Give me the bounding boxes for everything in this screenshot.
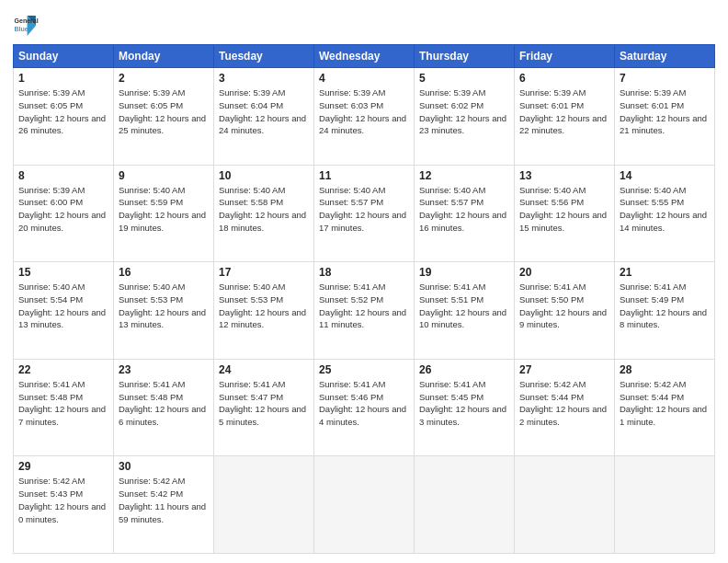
day-info: Sunrise: 5:39 AMSunset: 6:05 PMDaylight:… <box>119 86 209 137</box>
calendar-cell: 16Sunrise: 5:40 AMSunset: 5:53 PMDayligh… <box>114 262 214 360</box>
calendar-cell: 11Sunrise: 5:40 AMSunset: 5:57 PMDayligh… <box>314 165 415 262</box>
day-info: Sunrise: 5:41 AMSunset: 5:52 PMDaylight:… <box>319 281 409 331</box>
calendar-cell: 1Sunrise: 5:39 AMSunset: 6:05 PMDaylight… <box>14 68 114 166</box>
day-number: 5 <box>419 72 509 85</box>
calendar-cell: 17Sunrise: 5:40 AMSunset: 5:53 PMDayligh… <box>214 262 314 360</box>
day-info: Sunrise: 5:41 AMSunset: 5:47 PMDaylight:… <box>219 378 309 429</box>
day-number: 28 <box>620 363 710 376</box>
calendar-cell: 30Sunrise: 5:42 AMSunset: 5:42 PMDayligh… <box>114 456 214 554</box>
calendar-cell: 14Sunrise: 5:40 AMSunset: 5:55 PMDayligh… <box>615 165 715 262</box>
day-info: Sunrise: 5:41 AMSunset: 5:45 PMDaylight:… <box>419 378 509 429</box>
day-info: Sunrise: 5:42 AMSunset: 5:44 PMDaylight:… <box>519 378 609 429</box>
day-number: 17 <box>219 266 309 279</box>
day-number: 15 <box>18 266 108 279</box>
week-row-5: 29Sunrise: 5:42 AMSunset: 5:43 PMDayligh… <box>14 456 715 554</box>
day-info: Sunrise: 5:39 AMSunset: 6:03 PMDaylight:… <box>319 86 409 137</box>
calendar-cell: 2Sunrise: 5:39 AMSunset: 6:05 PMDaylight… <box>114 68 214 166</box>
page: General Blue SundayMondayTuesdayWednesda… <box>0 0 728 563</box>
day-info: Sunrise: 5:41 AMSunset: 5:50 PMDaylight:… <box>519 281 609 331</box>
day-info: Sunrise: 5:39 AMSunset: 6:00 PMDaylight:… <box>18 184 108 235</box>
calendar-cell: 13Sunrise: 5:40 AMSunset: 5:56 PMDayligh… <box>515 165 615 262</box>
calendar-cell: 3Sunrise: 5:39 AMSunset: 6:04 PMDaylight… <box>214 68 314 166</box>
calendar-cell: 23Sunrise: 5:41 AMSunset: 5:48 PMDayligh… <box>114 359 214 456</box>
week-row-1: 1Sunrise: 5:39 AMSunset: 6:05 PMDaylight… <box>14 68 715 166</box>
calendar-cell: 20Sunrise: 5:41 AMSunset: 5:50 PMDayligh… <box>515 262 615 360</box>
weekday-header-monday: Monday <box>114 45 214 68</box>
calendar-cell: 6Sunrise: 5:39 AMSunset: 6:01 PMDaylight… <box>515 68 615 166</box>
calendar-cell: 4Sunrise: 5:39 AMSunset: 6:03 PMDaylight… <box>314 68 415 166</box>
calendar-cell <box>314 456 415 554</box>
svg-text:Blue: Blue <box>15 26 28 32</box>
calendar-cell: 15Sunrise: 5:40 AMSunset: 5:54 PMDayligh… <box>14 262 114 360</box>
calendar-cell: 22Sunrise: 5:41 AMSunset: 5:48 PMDayligh… <box>14 359 114 456</box>
weekday-header-saturday: Saturday <box>615 45 715 68</box>
week-row-4: 22Sunrise: 5:41 AMSunset: 5:48 PMDayligh… <box>14 359 715 456</box>
weekday-header-thursday: Thursday <box>415 45 515 68</box>
day-number: 11 <box>319 169 409 182</box>
svg-text:General: General <box>15 17 39 24</box>
calendar-cell: 12Sunrise: 5:40 AMSunset: 5:57 PMDayligh… <box>415 165 515 262</box>
weekday-header-tuesday: Tuesday <box>214 45 314 68</box>
weekday-header-friday: Friday <box>515 45 615 68</box>
calendar-cell <box>415 456 515 554</box>
calendar-cell: 29Sunrise: 5:42 AMSunset: 5:43 PMDayligh… <box>14 456 114 554</box>
calendar-cell: 21Sunrise: 5:41 AMSunset: 5:49 PMDayligh… <box>615 262 715 360</box>
day-info: Sunrise: 5:41 AMSunset: 5:48 PMDaylight:… <box>119 378 209 429</box>
day-number: 2 <box>119 72 209 85</box>
day-info: Sunrise: 5:42 AMSunset: 5:44 PMDaylight:… <box>620 378 710 429</box>
day-number: 10 <box>219 169 309 182</box>
day-info: Sunrise: 5:39 AMSunset: 6:05 PMDaylight:… <box>18 86 108 137</box>
day-info: Sunrise: 5:39 AMSunset: 6:02 PMDaylight:… <box>419 86 509 137</box>
day-info: Sunrise: 5:41 AMSunset: 5:49 PMDaylight:… <box>620 281 710 331</box>
day-info: Sunrise: 5:40 AMSunset: 5:53 PMDaylight:… <box>119 281 209 331</box>
day-number: 22 <box>18 363 108 376</box>
calendar-cell: 8Sunrise: 5:39 AMSunset: 6:00 PMDaylight… <box>14 165 114 262</box>
day-number: 16 <box>119 266 209 279</box>
day-number: 4 <box>319 72 409 85</box>
logo-icon: General Blue <box>13 13 39 39</box>
day-number: 25 <box>319 363 409 376</box>
calendar-cell: 19Sunrise: 5:41 AMSunset: 5:51 PMDayligh… <box>415 262 515 360</box>
day-info: Sunrise: 5:40 AMSunset: 5:57 PMDaylight:… <box>319 184 409 235</box>
day-number: 12 <box>419 169 509 182</box>
day-info: Sunrise: 5:39 AMSunset: 6:01 PMDaylight:… <box>620 86 710 137</box>
day-info: Sunrise: 5:39 AMSunset: 6:04 PMDaylight:… <box>219 86 309 137</box>
calendar-cell <box>214 456 314 554</box>
day-number: 13 <box>519 169 609 182</box>
calendar-cell: 18Sunrise: 5:41 AMSunset: 5:52 PMDayligh… <box>314 262 415 360</box>
day-number: 24 <box>219 363 309 376</box>
day-info: Sunrise: 5:41 AMSunset: 5:46 PMDaylight:… <box>319 378 409 429</box>
day-number: 18 <box>319 266 409 279</box>
day-info: Sunrise: 5:42 AMSunset: 5:43 PMDaylight:… <box>18 475 108 525</box>
week-row-2: 8Sunrise: 5:39 AMSunset: 6:00 PMDaylight… <box>14 165 715 262</box>
day-number: 21 <box>620 266 710 279</box>
calendar-cell: 7Sunrise: 5:39 AMSunset: 6:01 PMDaylight… <box>615 68 715 166</box>
day-number: 29 <box>18 460 108 473</box>
day-number: 23 <box>119 363 209 376</box>
day-number: 6 <box>519 72 609 85</box>
day-number: 8 <box>18 169 108 182</box>
day-info: Sunrise: 5:41 AMSunset: 5:51 PMDaylight:… <box>419 281 509 331</box>
header: General Blue <box>13 9 715 39</box>
day-number: 27 <box>519 363 609 376</box>
day-info: Sunrise: 5:40 AMSunset: 5:56 PMDaylight:… <box>519 184 609 235</box>
day-info: Sunrise: 5:40 AMSunset: 5:55 PMDaylight:… <box>620 184 710 235</box>
day-info: Sunrise: 5:40 AMSunset: 5:54 PMDaylight:… <box>18 281 108 331</box>
weekday-header-wednesday: Wednesday <box>314 45 415 68</box>
day-number: 7 <box>620 72 710 85</box>
day-number: 9 <box>119 169 209 182</box>
calendar-cell: 26Sunrise: 5:41 AMSunset: 5:45 PMDayligh… <box>415 359 515 456</box>
day-info: Sunrise: 5:40 AMSunset: 5:58 PMDaylight:… <box>219 184 309 235</box>
logo: General Blue <box>13 13 39 39</box>
day-number: 19 <box>419 266 509 279</box>
calendar-cell: 9Sunrise: 5:40 AMSunset: 5:59 PMDaylight… <box>114 165 214 262</box>
calendar-cell: 10Sunrise: 5:40 AMSunset: 5:58 PMDayligh… <box>214 165 314 262</box>
day-number: 30 <box>119 460 209 473</box>
day-info: Sunrise: 5:41 AMSunset: 5:48 PMDaylight:… <box>18 378 108 429</box>
calendar-cell <box>615 456 715 554</box>
calendar-cell: 5Sunrise: 5:39 AMSunset: 6:02 PMDaylight… <box>415 68 515 166</box>
calendar-cell: 27Sunrise: 5:42 AMSunset: 5:44 PMDayligh… <box>515 359 615 456</box>
weekday-header-sunday: Sunday <box>14 45 114 68</box>
calendar-cell <box>515 456 615 554</box>
calendar-cell: 28Sunrise: 5:42 AMSunset: 5:44 PMDayligh… <box>615 359 715 456</box>
